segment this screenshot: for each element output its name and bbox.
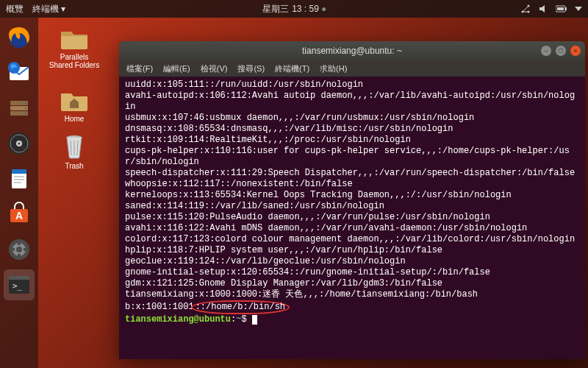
menu-item-0[interactable]: 檔案(F) <box>126 63 153 74</box>
menu-item-2[interactable]: 檢視(V) <box>201 63 228 74</box>
maximize-button[interactable]: □ <box>556 46 566 56</box>
dock-software[interactable]: A <box>4 199 35 230</box>
terminal-output[interactable]: uuidd:x:105:111::/run/uuidd:/usr/sbin/no… <box>119 77 585 359</box>
dock-terminal[interactable]: >_ <box>4 269 35 300</box>
desktop-home-folder[interactable]: Home <box>49 85 100 123</box>
terminal-line: whoopsie:x:112:117::/nonexistent:/bin/fa… <box>125 179 579 190</box>
svg-rect-20 <box>12 169 26 174</box>
desktop-parallels-shared-folders[interactable]: Parallels Shared Folders <box>49 24 100 69</box>
terminal-line: saned:x:114:119::/var/lib/saned:/usr/sbi… <box>125 201 579 212</box>
dock-rhythmbox[interactable] <box>4 128 35 159</box>
svg-point-13 <box>25 107 26 109</box>
network-icon[interactable] <box>520 4 531 14</box>
terminal-window: tiansemixiang@ubuntu: ~ – □ × 檔案(F)編輯(E)… <box>119 41 585 359</box>
svg-point-18 <box>18 143 21 145</box>
terminal-line: colord:x:117:123:colord colour managemen… <box>125 234 579 245</box>
svg-rect-31 <box>9 248 15 251</box>
svg-rect-30 <box>18 254 21 260</box>
svg-rect-34 <box>9 276 29 280</box>
menu-item-3[interactable]: 搜尋(S) <box>237 63 265 74</box>
menu-item-4[interactable]: 終端機(T) <box>275 63 309 74</box>
window-titlebar[interactable]: tiansemixiang@ubuntu: ~ – □ × <box>119 41 585 60</box>
svg-rect-5 <box>557 7 564 10</box>
terminal-prompt[interactable]: tiansemixiang@ubuntu:~$ <box>125 314 579 325</box>
svg-rect-29 <box>18 239 21 245</box>
svg-point-14 <box>25 113 26 114</box>
menu-item-1[interactable]: 編輯(E) <box>163 63 190 74</box>
dock-firefox[interactable] <box>4 22 35 53</box>
desktop-trash[interactable]: Trash <box>49 132 100 170</box>
terminal-menubar: 檔案(F)編輯(E)檢視(V)搜尋(S)終端機(T)求助(H) <box>119 60 585 77</box>
close-button[interactable]: × <box>570 46 581 56</box>
terminal-line: cups-pk-helper:x:110:116:user for cups-p… <box>125 146 579 168</box>
dock-writer[interactable] <box>4 163 35 194</box>
minimize-button[interactable]: – <box>541 46 551 56</box>
window-title: tiansemixiang@ubuntu: ~ <box>302 46 402 56</box>
terminal-line: gdm:x:121:125:Gnome Display Manager:/var… <box>125 278 579 289</box>
terminal-line: dnsmasq:x:108:65534:dnsmasq,,,:/var/lib/… <box>125 124 579 135</box>
svg-point-8 <box>8 62 20 74</box>
terminal-line: avahi:x:116:122:Avahi mDNS daemon,,,:/va… <box>125 223 579 234</box>
terminal-line: hplip:x:118:7:HPLIP system user,,,:/var/… <box>125 245 579 256</box>
terminal-line: gnome-initial-setup:x:120:65534::/run/gn… <box>125 267 579 278</box>
svg-text:>_: >_ <box>12 281 23 291</box>
dock-help[interactable] <box>4 234 35 265</box>
terminal-line: avahi-autoipd:x:106:112:Avahi autoip dae… <box>125 91 579 113</box>
svg-point-28 <box>16 247 22 252</box>
terminal-line: geoclue:x:119:124::/var/lib/geoclue:/usr… <box>125 256 579 267</box>
svg-point-12 <box>25 102 26 104</box>
dock-thunderbird[interactable] <box>4 57 35 88</box>
app-menu[interactable]: 終端機 ▾ <box>32 3 65 15</box>
terminal-line-highlighted: b:x:1001:1001::/home/b:/bin/sh <box>125 300 579 314</box>
top-bar: 概覽 終端機 ▾ 星期三 13 : 59 <box>0 0 588 18</box>
activities-button[interactable]: 概覽 <box>6 3 24 15</box>
terminal-line: usbmux:x:107:46:usbmux daemon,,,:/var/ru… <box>125 113 579 124</box>
terminal-line: rtkit:x:109:114:RealtimeKit,,,:/proc:/us… <box>125 135 579 146</box>
terminal-line: kerneloops:x:113:65534:Kernel Oops Track… <box>125 190 579 201</box>
notification-dot-icon <box>322 7 326 11</box>
terminal-line: uuidd:x:105:111::/run/uuidd:/usr/sbin/no… <box>125 79 579 91</box>
svg-rect-4 <box>565 7 567 10</box>
svg-rect-32 <box>24 248 29 251</box>
dock-files[interactable] <box>4 93 35 124</box>
svg-text:A: A <box>15 210 23 222</box>
power-icon[interactable] <box>575 5 582 13</box>
clock[interactable]: 星期三 13 : 59 <box>262 3 326 15</box>
terminal-line: tiansemixiang:x:1000:1000:迷香 天色,,,:/home… <box>125 289 579 300</box>
terminal-line: pulse:x:115:120:PulseAudio daemon,,,:/va… <box>125 212 579 223</box>
menu-item-5[interactable]: 求助(H) <box>320 63 347 74</box>
battery-icon[interactable] <box>556 5 567 13</box>
volume-icon[interactable] <box>538 4 548 14</box>
terminal-line: speech-dispatcher:x:111:29:Speech Dispat… <box>125 168 579 179</box>
dock: A>_ <box>0 18 38 368</box>
